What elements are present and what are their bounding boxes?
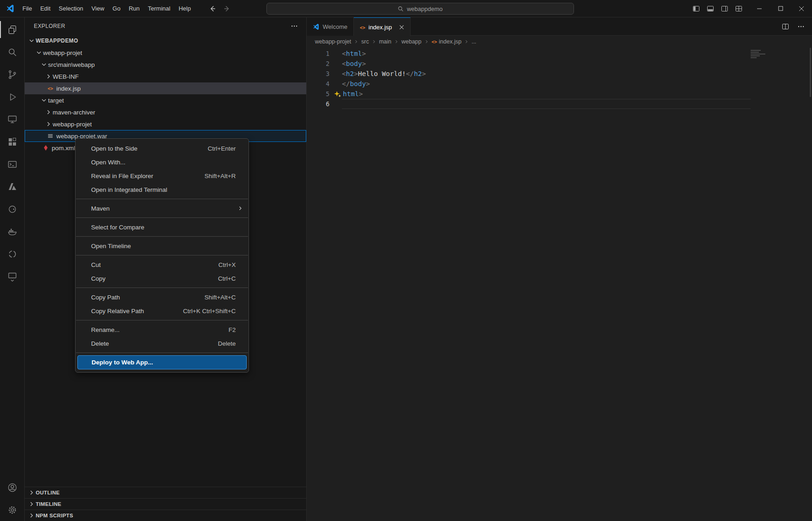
customize-layout-icon[interactable] bbox=[735, 5, 742, 12]
menu-item-open-with[interactable]: Open With... bbox=[76, 155, 249, 169]
menu-item-label: Rename... bbox=[91, 326, 119, 333]
breadcrumb-item[interactable]: webapp-projet bbox=[314, 38, 352, 45]
code-line[interactable]: 1 <html> bbox=[307, 49, 812, 59]
code-text: </body> bbox=[342, 79, 370, 89]
docker-icon[interactable] bbox=[0, 220, 25, 243]
menu-item-label: Copy Relative Path bbox=[91, 308, 144, 315]
menu-item-delete[interactable]: Delete Delete bbox=[76, 336, 249, 350]
tab-welcome[interactable]: Welcome bbox=[307, 17, 354, 36]
tree-item-maven-archiver[interactable]: maven-archiver bbox=[25, 106, 306, 118]
minimize-button[interactable] bbox=[749, 0, 770, 17]
tree-item-target[interactable]: target bbox=[25, 94, 306, 106]
terminal-panel-icon[interactable] bbox=[0, 153, 25, 175]
menu-item-copy-relative-path[interactable]: Copy Relative Path Ctrl+K Ctrl+Shift+C bbox=[76, 304, 249, 318]
toggle-panel-icon[interactable] bbox=[707, 5, 714, 12]
menu-item-copy[interactable]: Copy Ctrl+C bbox=[76, 271, 249, 285]
context-menu: Open to the Side Ctrl+Enter Open With...… bbox=[75, 138, 249, 373]
menu-item-open-in-integrated-terminal[interactable]: Open in Integrated Terminal bbox=[76, 183, 249, 196]
tree-item-webapp-projet-folder[interactable]: webapp-projet bbox=[25, 118, 306, 130]
menu-file[interactable]: File bbox=[18, 3, 36, 14]
menu-help[interactable]: Help bbox=[174, 3, 195, 14]
back-icon[interactable] bbox=[209, 5, 216, 12]
split-editor-icon[interactable] bbox=[782, 23, 789, 30]
menu-item-deploy-to-web-app[interactable]: Deploy to Web App... bbox=[77, 355, 247, 369]
menu-item-maven[interactable]: Maven bbox=[76, 201, 249, 215]
toggle-primary-sidebar-icon[interactable] bbox=[693, 5, 700, 12]
menu-view[interactable]: View bbox=[87, 3, 108, 14]
breadcrumb-item-file[interactable]: <> index.jsp bbox=[431, 38, 462, 45]
menu-item-label: Maven bbox=[91, 205, 110, 212]
tree-item-label: webapp-projet bbox=[53, 121, 92, 128]
code-line[interactable]: 2 <body> bbox=[307, 59, 812, 69]
close-button[interactable] bbox=[791, 0, 812, 17]
breadcrumb-item[interactable]: main bbox=[378, 38, 392, 45]
breadcrumb-item[interactable]: webapp bbox=[401, 38, 422, 45]
forward-icon[interactable] bbox=[223, 5, 231, 12]
tab-close-icon[interactable] bbox=[399, 25, 404, 30]
toggle-secondary-sidebar-icon[interactable] bbox=[721, 5, 728, 12]
menu-item-open-timeline[interactable]: Open Timeline bbox=[76, 239, 249, 253]
gradle-icon[interactable] bbox=[0, 198, 25, 220]
menu-item-select-for-compare[interactable]: Select for Compare bbox=[76, 220, 249, 234]
titlebar: File Edit Selection View Go Run Terminal… bbox=[0, 0, 812, 17]
breadcrumb-label: index.jsp bbox=[439, 38, 461, 45]
tree-item-label: pom.xml bbox=[52, 145, 75, 152]
menu-item-shortcut: Ctrl+K Ctrl+Shift+C bbox=[183, 308, 236, 315]
history-navigation bbox=[209, 5, 231, 12]
code-line[interactable]: 3 <h2>Hello World!</h2> bbox=[307, 69, 812, 79]
code-editor[interactable]: 1 <html> 2 <body> 3 <h2>Hello World!</h2… bbox=[307, 48, 812, 521]
section-timeline[interactable]: TIMELINE bbox=[25, 498, 306, 510]
accounts-icon[interactable] bbox=[0, 476, 25, 499]
menu-item-label: Cut bbox=[91, 261, 101, 268]
chevron-right-icon bbox=[464, 39, 469, 44]
code-line[interactable]: 5 html> bbox=[307, 89, 812, 99]
tree-item-webapp-projet[interactable]: webapp-projet bbox=[25, 47, 306, 59]
azure-icon[interactable] bbox=[0, 175, 25, 198]
code-text: <body> bbox=[342, 59, 366, 69]
minimap[interactable] bbox=[751, 50, 765, 59]
settings-gear-icon[interactable] bbox=[0, 499, 25, 521]
menu-run[interactable]: Run bbox=[125, 3, 144, 14]
menu-item-open-to-the-side[interactable]: Open to the Side Ctrl+Enter bbox=[76, 141, 249, 155]
menu-terminal[interactable]: Terminal bbox=[144, 3, 174, 14]
extensions-icon[interactable] bbox=[0, 130, 25, 153]
menu-separator bbox=[76, 353, 248, 353]
breadcrumb-item[interactable]: src bbox=[360, 38, 370, 45]
section-npm-scripts[interactable]: NPM SCRIPTS bbox=[25, 510, 306, 521]
menu-selection[interactable]: Selection bbox=[54, 3, 87, 14]
breadcrumb-item[interactable]: ... bbox=[471, 38, 477, 45]
tab-index-jsp[interactable]: <> index.jsp bbox=[354, 17, 411, 36]
menu-edit[interactable]: Edit bbox=[36, 3, 54, 14]
tree-item-web-inf[interactable]: WEB-INF bbox=[25, 71, 306, 82]
chevron-down-icon bbox=[40, 97, 48, 104]
menu-item-cut[interactable]: Cut Ctrl+X bbox=[76, 258, 249, 271]
explorer-icon[interactable] bbox=[0, 18, 25, 41]
search-view-icon[interactable] bbox=[0, 41, 25, 63]
menu-item-copy-path[interactable]: Copy Path Shift+Alt+C bbox=[76, 290, 249, 304]
source-control-icon[interactable] bbox=[0, 63, 25, 86]
run-and-debug-icon[interactable] bbox=[0, 86, 25, 108]
tree-item-index-jsp[interactable]: <> index.jsp bbox=[25, 82, 306, 94]
editor-scrollbar[interactable] bbox=[810, 48, 811, 97]
code-line-current[interactable]: 6 bbox=[307, 99, 812, 109]
views-more-actions-icon[interactable] bbox=[291, 22, 298, 30]
code-line[interactable]: 4 </body> bbox=[307, 79, 812, 89]
breadcrumb: webapp-projet src main webapp <> index.j… bbox=[307, 36, 812, 48]
remote-explorer-icon[interactable] bbox=[0, 108, 25, 130]
command-center-label: webappdemo bbox=[407, 5, 443, 12]
menu-item-label: Select for Compare bbox=[91, 224, 144, 231]
command-center-search[interactable]: webappdemo bbox=[266, 3, 574, 15]
tree-item-src-main-webapp[interactable]: src\main\webapp bbox=[25, 59, 306, 71]
sidebar-header: EXPLORER bbox=[25, 17, 306, 35]
podman-icon[interactable] bbox=[0, 243, 25, 265]
remote-window-icon[interactable] bbox=[0, 265, 25, 288]
tree-root-webappdemo[interactable]: WEBAPPDEMO bbox=[25, 35, 306, 47]
chevron-right-icon bbox=[371, 39, 377, 44]
maximize-button[interactable] bbox=[770, 0, 791, 17]
line-number: 1 bbox=[307, 49, 330, 59]
menu-item-reveal-in-file-explorer[interactable]: Reveal in File Explorer Shift+Alt+R bbox=[76, 169, 249, 183]
menu-go[interactable]: Go bbox=[108, 3, 125, 14]
more-actions-icon[interactable] bbox=[797, 23, 805, 30]
section-outline[interactable]: OUTLINE bbox=[25, 487, 306, 498]
menu-item-rename[interactable]: Rename... F2 bbox=[76, 323, 249, 336]
